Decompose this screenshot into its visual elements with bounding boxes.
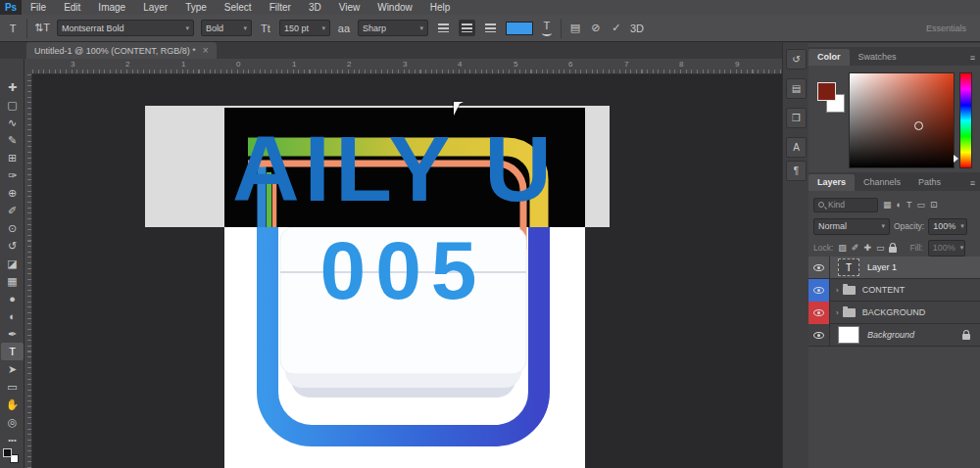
type-tool[interactable]: T: [1, 343, 24, 360]
tab-swatches[interactable]: Swatches: [850, 49, 906, 66]
horizontal-ruler[interactable]: 3 2 1 0 1 2 3 4 5 6 7 8 9 10: [32, 59, 782, 74]
layer-row-background[interactable]: Background: [808, 324, 980, 347]
clone-stamp-tool[interactable]: ⊙: [1, 219, 24, 237]
lock-move-icon[interactable]: ✚: [863, 243, 871, 253]
visibility-cell[interactable]: [808, 279, 830, 302]
color-panel-foreground-swatch[interactable]: [817, 82, 836, 101]
layer-filter-kind-select[interactable]: Kind: [813, 198, 878, 212]
layer-name[interactable]: Background: [867, 330, 914, 340]
panel-menu-icon[interactable]: ≡: [965, 53, 980, 66]
history-brush-tool[interactable]: ↺: [1, 237, 24, 255]
commit-edit-icon[interactable]: ✓: [610, 22, 623, 34]
menu-view[interactable]: View: [330, 0, 369, 15]
visibility-cell[interactable]: [808, 324, 830, 347]
workspace-switcher[interactable]: Essentials: [926, 23, 974, 33]
menu-select[interactable]: Select: [216, 0, 261, 15]
hand-tool[interactable]: ✋: [1, 396, 24, 413]
visibility-cell[interactable]: [808, 302, 830, 324]
crop-tool[interactable]: ⊞: [1, 149, 24, 166]
menu-image[interactable]: Image: [89, 0, 134, 15]
filter-pixel-icon[interactable]: ▦: [883, 200, 892, 210]
history-panel-icon[interactable]: ↺: [786, 49, 807, 70]
hue-slider-marker[interactable]: [954, 155, 958, 163]
lasso-tool[interactable]: ∿: [1, 114, 24, 131]
warp-text-icon[interactable]: T: [540, 20, 554, 36]
move-tool[interactable]: ✚: [1, 78, 24, 96]
layer-name[interactable]: BACKGROUND: [862, 307, 926, 317]
filter-type-icon[interactable]: T: [906, 200, 912, 210]
lock-transparency-icon[interactable]: ▨: [838, 243, 847, 253]
panel-menu-icon[interactable]: ≡: [965, 178, 980, 191]
zoom-tool[interactable]: ◎: [1, 413, 24, 431]
text-orientation-icon[interactable]: ⇅T: [34, 22, 50, 34]
menu-window[interactable]: Window: [368, 0, 421, 15]
lock-artboard-icon[interactable]: ▭: [876, 243, 885, 253]
gradient-tool[interactable]: ▦: [1, 272, 24, 290]
tab-layers[interactable]: Layers: [808, 174, 855, 191]
cancel-edit-icon[interactable]: ⊘: [589, 22, 603, 34]
visibility-cell[interactable]: [808, 257, 830, 279]
libraries-panel-icon[interactable]: ❒: [786, 108, 807, 128]
saturation-field[interactable]: [849, 72, 955, 168]
menu-3d[interactable]: 3D: [300, 0, 330, 15]
eyedropper-tool[interactable]: ✑: [1, 166, 24, 184]
foreground-background-swatches[interactable]: [3, 448, 21, 464]
spot-healing-brush-tool[interactable]: ⊕: [1, 184, 24, 202]
toggle-panels-icon[interactable]: ▤: [568, 22, 582, 34]
font-style-select[interactable]: Bold: [201, 20, 252, 36]
layer-row-layer1[interactable]: T Layer 1: [808, 257, 980, 279]
path-selection-tool[interactable]: ➤: [1, 360, 24, 378]
text-layer-thumbnail[interactable]: T: [838, 258, 859, 276]
align-center-button[interactable]: [459, 20, 475, 36]
align-right-button[interactable]: [482, 20, 499, 36]
lock-paint-icon[interactable]: ✐: [852, 243, 859, 253]
blur-tool[interactable]: ●: [1, 290, 24, 307]
vertical-ruler[interactable]: [24, 74, 32, 468]
disclosure-triangle-icon[interactable]: ›: [836, 308, 839, 317]
layer-row-content-group[interactable]: › CONTENT: [808, 279, 980, 302]
pen-tool[interactable]: ✒: [1, 325, 24, 343]
document-tab[interactable]: Untitled-1 @ 100% (CONTENT, RGB/8) * ×: [26, 42, 217, 59]
font-size-select[interactable]: 150 pt: [279, 20, 330, 36]
filter-shape-icon[interactable]: ▭: [916, 200, 925, 210]
document-canvas[interactable]: AILY U 005: [32, 74, 782, 468]
opacity-select[interactable]: 100%: [928, 218, 967, 235]
font-family-select[interactable]: Montserrat Bold: [57, 20, 194, 36]
filter-adjustment-icon[interactable]: ◐: [897, 200, 902, 210]
tab-paths[interactable]: Paths: [909, 174, 950, 191]
background-layer-thumbnail[interactable]: [838, 326, 859, 344]
dodge-tool[interactable]: ◐: [1, 307, 24, 325]
color-picker-cursor[interactable]: [914, 121, 923, 130]
disclosure-triangle-icon[interactable]: ›: [836, 286, 839, 295]
text-color-swatch[interactable]: [506, 22, 533, 35]
menu-help[interactable]: Help: [421, 0, 460, 15]
tab-channels[interactable]: Channels: [855, 174, 909, 191]
menu-edit[interactable]: Edit: [55, 0, 89, 15]
fill-select[interactable]: 100%: [928, 240, 965, 257]
brush-tool[interactable]: ✐: [1, 202, 24, 219]
layer-name[interactable]: CONTENT: [862, 285, 906, 295]
rectangle-tool[interactable]: ▭: [1, 378, 24, 396]
tab-color[interactable]: Color: [808, 49, 850, 66]
rectangular-marquee-tool[interactable]: ▢: [1, 96, 24, 114]
lock-all-icon[interactable]: [889, 247, 897, 253]
menu-layer[interactable]: Layer: [134, 0, 176, 15]
quick-selection-tool[interactable]: ✎: [1, 131, 24, 149]
layer-name[interactable]: Layer 1: [867, 262, 897, 272]
3d-button[interactable]: 3D: [630, 23, 644, 34]
menu-filter[interactable]: Filter: [261, 0, 300, 15]
layer-row-background-group[interactable]: › BACKGROUND: [808, 302, 980, 324]
close-tab-icon[interactable]: ×: [203, 45, 209, 56]
eraser-tool[interactable]: ◪: [1, 255, 24, 272]
anti-alias-select[interactable]: Sharp: [358, 20, 428, 36]
foreground-color-swatch[interactable]: [3, 448, 12, 457]
blend-mode-select[interactable]: Normal: [813, 218, 890, 235]
menu-type[interactable]: Type: [176, 0, 216, 15]
hue-slider[interactable]: [959, 72, 972, 168]
filter-smart-object-icon[interactable]: ⊡: [930, 200, 938, 210]
align-left-button[interactable]: [435, 20, 452, 36]
properties-panel-icon[interactable]: ▤: [786, 78, 807, 99]
menu-file[interactable]: File: [22, 0, 55, 15]
tool-preset-icon[interactable]: T: [6, 23, 20, 34]
edit-toolbar-button[interactable]: •••: [1, 431, 24, 448]
